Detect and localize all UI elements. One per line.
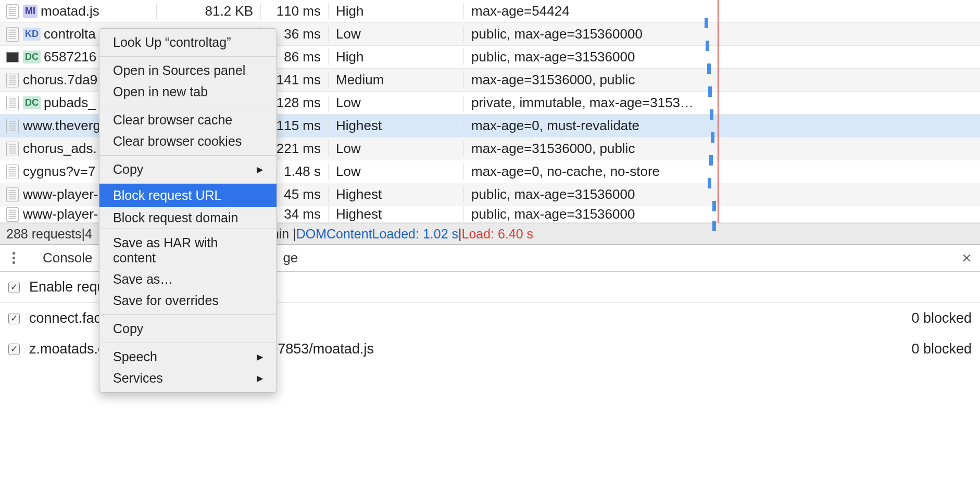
ctx-lookup[interactable]: Look Up “controltag” [99,32,277,53]
load-event-line [718,0,719,223]
cell-name: MImoatad.js [0,3,156,19]
initiator-badge: KD [23,28,41,41]
resource-name: cygnus?v=7 [23,163,95,180]
cell-priority: Medium [328,72,463,88]
cell-cache: max-age=31536000, public [463,141,698,157]
cell-cache: max-age=0, must-revalidate [463,118,698,134]
cell-priority: Highest [328,118,463,134]
requests-count: 288 requests [6,226,82,242]
document-file-icon [6,73,19,87]
resource-name: 6587216 [44,49,96,65]
cell-cache: private, immutable, max-age=31536… [463,95,698,111]
ctx-block-url[interactable]: Block request URL [99,184,277,207]
document-file-icon [6,96,19,110]
network-row[interactable]: MImoatad.js81.2 KB110 msHighmax-age=5442… [0,0,980,23]
initiator-badge: DC [23,96,41,109]
waterfall-bar [707,64,711,74]
document-file-icon [6,207,19,222]
kebab-icon[interactable] [6,251,21,266]
load-time: Load: 6.40 s [462,226,534,242]
document-file-icon [6,27,19,42]
cell-priority: Low [328,95,463,111]
cell-cache: public, max-age=31536000 [463,206,698,222]
resource-name: controlta [44,26,96,42]
blocked-count: 0 blocked [911,310,972,326]
cell-cache: public, max-age=31536000 [463,49,698,65]
context-menu: Look Up “controltag” Open in Sources pan… [99,28,277,393]
cell-time: 110 ms [260,3,328,19]
waterfall-bar [712,201,716,211]
resource-name: chorus.7da9 [23,72,97,88]
cell-priority: Highest [328,186,463,203]
resource-name: moatad.js [41,3,99,19]
resource-name: chorus_ads. [23,141,97,157]
waterfall-bar [706,41,709,51]
resource-name: www-player- [23,186,98,203]
pattern-checkbox[interactable]: ✓ [8,344,20,355]
cell-priority: Low [328,26,463,42]
ctx-block-domain[interactable]: Block request domain [99,207,277,229]
document-file-icon [6,165,19,179]
ctx-copy-2[interactable]: Copy [99,318,277,339]
cell-size: 81.2 KB [156,3,260,19]
document-file-icon [6,4,19,19]
cell-cache: max-age=54424 [463,3,698,19]
pattern-text: connect.fac [29,310,101,326]
document-file-icon [6,119,19,133]
tab-console[interactable]: Console [33,250,102,266]
resource-name: www-player- [23,206,98,222]
cell-cache: max-age=31536000, public [463,72,698,88]
pattern-checkbox[interactable]: ✓ [8,313,20,324]
enable-blocking-label: Enable requ [29,279,105,295]
cell-cache: public, max-age=31536000 [463,186,698,203]
waterfall-bar [708,178,711,188]
waterfall-bar [705,18,708,28]
ctx-speech[interactable]: Speech [99,346,277,368]
waterfall-bar [708,86,712,97]
cell-priority: Highest [328,206,463,222]
domcontentloaded-time: DOMContentLoaded: 1.02 s [296,226,458,242]
ctx-open-tab[interactable]: Open in new tab [99,81,277,103]
cell-priority: Low [328,163,463,180]
enable-blocking-checkbox[interactable]: ✓ [8,282,20,293]
blocked-count: 0 blocked [911,341,972,357]
resource-name: pubads_ [44,95,96,111]
cell-priority: High [328,3,463,19]
ctx-services[interactable]: Services [99,368,277,389]
ctx-copy[interactable]: Copy [99,159,277,180]
document-file-icon [6,142,19,156]
ctx-clear-cookies[interactable]: Clear browser cookies [99,131,277,152]
waterfall-bar [709,155,713,166]
waterfall-bar [712,221,716,231]
ctx-save-over[interactable]: Save for overrides [99,290,277,311]
cell-priority: High [328,49,463,65]
waterfall-bar [711,132,714,143]
waterfall-bar [710,109,713,120]
cell-priority: Low [328,141,463,157]
ctx-clear-cache[interactable]: Clear browser cache [99,109,277,131]
initiator-badge: DC [23,50,41,64]
ctx-save-as[interactable]: Save as… [99,269,277,290]
ctx-save-har[interactable]: Save as HAR with content [99,232,277,269]
tab-other[interactable]: ge [273,250,307,266]
image-file-icon [6,52,19,62]
resource-name: www.theverg [23,118,100,134]
ctx-open-sources[interactable]: Open in Sources panel [99,60,277,81]
cell-cache: public, max-age=315360000 [463,26,698,42]
close-icon[interactable]: × [962,248,972,268]
cell-cache: max-age=0, no-cache, no-store [463,163,698,180]
initiator-badge: MI [23,5,37,18]
document-file-icon [6,187,19,202]
